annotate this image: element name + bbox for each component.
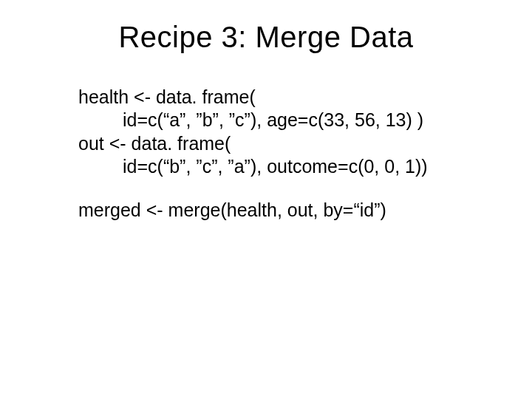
code-block: health <- data. frame( id=c(“a”, ”b”, ”c… [78, 86, 488, 222]
code-line: id=c(“b”, ”c”, ”a”), outcome=c(0, 0, 1)) [78, 155, 488, 178]
code-line: health <- data. frame( [78, 86, 488, 109]
page-title: Recipe 3: Merge Data [0, 21, 532, 54]
slide: Recipe 3: Merge Data health <- data. fra… [0, 0, 532, 399]
code-line: out <- data. frame( [78, 132, 488, 155]
code-line: id=c(“a”, ”b”, ”c”), age=c(33, 56, 13) ) [78, 109, 488, 132]
spacer [78, 178, 488, 199]
code-line: merged <- merge(health, out, by=“id”) [78, 199, 488, 222]
